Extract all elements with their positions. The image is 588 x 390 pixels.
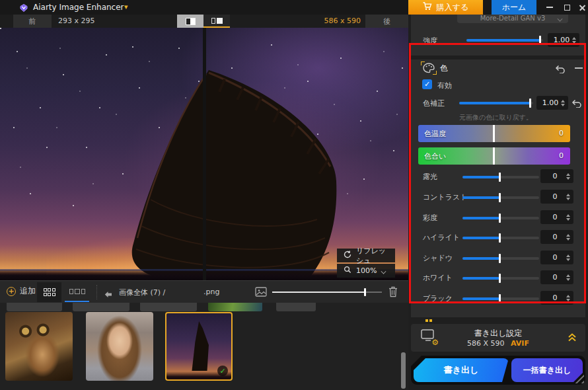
slider-track[interactable] bbox=[462, 176, 539, 178]
stepper-arrows[interactable] bbox=[566, 214, 570, 221]
strength-value-box[interactable]: 1.00 bbox=[548, 33, 579, 47]
slider-track[interactable] bbox=[462, 196, 539, 199]
slider-track[interactable] bbox=[462, 257, 539, 260]
side-by-side-view-mode-button[interactable] bbox=[203, 15, 230, 28]
slider-label: ホワイト bbox=[423, 273, 453, 283]
slider-handle[interactable] bbox=[499, 294, 501, 303]
enabled-label: 有効 bbox=[437, 81, 452, 91]
slider-value-box[interactable]: 0 bbox=[540, 169, 573, 183]
app-logo-icon bbox=[19, 3, 28, 15]
color-panel-title: 色 bbox=[440, 63, 448, 74]
zoom-level-control[interactable]: 100% bbox=[337, 264, 395, 278]
before-after-split-divider[interactable] bbox=[203, 28, 206, 280]
before-label-tab[interactable]: 前 bbox=[13, 15, 52, 28]
slider-handle[interactable] bbox=[499, 274, 501, 283]
partial-thumbnail[interactable] bbox=[7, 303, 62, 311]
correction-slider-handle[interactable] bbox=[529, 98, 531, 108]
home-button-label: ホーム bbox=[502, 2, 527, 13]
slider-value-box[interactable]: 0 bbox=[540, 210, 573, 224]
minimize-button[interactable] bbox=[542, 0, 558, 15]
correction-slider[interactable] bbox=[459, 102, 533, 104]
strength-slider-handle[interactable] bbox=[539, 36, 541, 45]
slider-value-box[interactable]: 0 bbox=[540, 270, 573, 284]
batch-export-button[interactable]: 一括書き出し bbox=[511, 358, 583, 382]
home-button[interactable]: ホーム bbox=[492, 0, 536, 15]
slider-value-box[interactable]: 0 bbox=[540, 230, 573, 244]
correction-undo-icon[interactable] bbox=[571, 98, 582, 110]
slider-handle[interactable] bbox=[499, 214, 501, 223]
grid-view-button[interactable] bbox=[37, 282, 61, 302]
app-window: Aiarty Image Enhancer ▾ 購入する ホーム 前 293 x… bbox=[0, 0, 588, 390]
export-settings-box[interactable]: ⚙ 書き出し設定 586 X 590 AVIF bbox=[411, 324, 585, 352]
export-output-format: AVIF bbox=[511, 339, 529, 348]
model-chevron-down-icon bbox=[558, 16, 563, 21]
after-label: 後 bbox=[383, 17, 390, 26]
partial-thumbnail[interactable] bbox=[208, 303, 262, 311]
correction-stepper-arrows[interactable] bbox=[561, 100, 565, 106]
thumbnail-size-slider-handle[interactable] bbox=[364, 288, 366, 296]
close-button[interactable] bbox=[576, 0, 588, 15]
partial-thumbnail[interactable] bbox=[276, 303, 316, 311]
stepper-arrows[interactable] bbox=[566, 274, 570, 281]
stepper-arrows[interactable] bbox=[566, 173, 570, 180]
split-view-icon bbox=[186, 18, 196, 25]
slider-handle[interactable] bbox=[499, 173, 501, 182]
export-output-info: 586 X 590 AVIF bbox=[411, 339, 585, 348]
thumbnail-scrollbar[interactable] bbox=[401, 352, 406, 389]
slider-value-box[interactable]: 0 bbox=[540, 291, 573, 305]
slider-track[interactable] bbox=[462, 237, 539, 239]
thumbnail-night-boat[interactable]: ✓ bbox=[165, 312, 233, 381]
slider-value: 0 bbox=[544, 192, 566, 201]
tint-handle[interactable] bbox=[493, 147, 495, 165]
temperature-handle[interactable] bbox=[493, 125, 495, 142]
correction-value-box[interactable]: 1.00 bbox=[536, 96, 568, 110]
app-menu-chevron-icon[interactable]: ▾ bbox=[124, 3, 128, 11]
buy-button[interactable]: 購入する bbox=[408, 0, 483, 15]
slider-handle[interactable] bbox=[499, 233, 501, 243]
temperature-gradient-slider[interactable]: 色温度 0 bbox=[418, 125, 570, 142]
trash-icon[interactable] bbox=[388, 286, 398, 300]
preview-image[interactable]: リフレッシュ 100% bbox=[0, 28, 408, 280]
export-button[interactable]: 書き出し bbox=[414, 358, 509, 382]
color-enabled-checkbox[interactable]: ✓ bbox=[422, 79, 432, 89]
slider-track[interactable] bbox=[462, 297, 539, 300]
palette-icon bbox=[423, 63, 435, 73]
model-dropdown[interactable]: More-Detail GAN v3 bbox=[457, 15, 568, 23]
thumbnail-size-slider[interactable] bbox=[272, 292, 382, 293]
slider-track[interactable] bbox=[462, 277, 539, 280]
strength-stepper-arrows[interactable] bbox=[572, 37, 576, 44]
collapse-export-chevrons-icon[interactable] bbox=[568, 332, 577, 344]
tint-gradient-slider[interactable]: 色合い 0 bbox=[418, 147, 570, 165]
export-button-dock: 書き出し 一括書き出し bbox=[411, 356, 585, 385]
slider-value-box[interactable]: 0 bbox=[540, 251, 573, 264]
thumbnail-steampunk-dog[interactable] bbox=[5, 312, 73, 381]
minimize-icon bbox=[546, 7, 553, 8]
slider-track[interactable] bbox=[462, 217, 539, 219]
maximize-button[interactable] bbox=[559, 0, 575, 15]
partial-thumbnail[interactable] bbox=[73, 303, 129, 311]
add-image-button[interactable]: + 追加 bbox=[7, 286, 36, 297]
stepper-arrows[interactable] bbox=[566, 234, 570, 241]
split-view-mode-button[interactable] bbox=[177, 15, 203, 28]
slider-handle[interactable] bbox=[499, 193, 501, 202]
next-section-fragment bbox=[425, 319, 432, 322]
slider-handle[interactable] bbox=[499, 254, 501, 263]
refresh-button[interactable]: リフレッシュ bbox=[337, 249, 395, 262]
collapse-panel-icon[interactable] bbox=[575, 67, 583, 69]
stepper-arrows[interactable] bbox=[566, 295, 570, 301]
strength-slider[interactable] bbox=[466, 39, 543, 42]
slider-value: 0 bbox=[544, 253, 566, 262]
after-label-tab[interactable]: 後 bbox=[365, 15, 408, 28]
color-panel-undo-icon[interactable] bbox=[555, 63, 566, 76]
partial-thumbnail[interactable] bbox=[140, 303, 197, 311]
export-settings-title: 書き出し設定 bbox=[411, 328, 585, 339]
stepper-arrows[interactable] bbox=[566, 254, 570, 261]
zoom-level-value: 100% bbox=[356, 266, 377, 275]
thumbnail-portrait-girl[interactable] bbox=[86, 312, 153, 381]
slider-value-box[interactable]: 0 bbox=[540, 190, 573, 204]
back-arrow-icon[interactable] bbox=[104, 288, 112, 301]
breadcrumb[interactable]: 画像全体 (7) / bbox=[119, 288, 165, 297]
thumbnail-strip: ✓ bbox=[0, 303, 408, 390]
filmstrip-view-button[interactable] bbox=[65, 282, 89, 302]
stepper-arrows[interactable] bbox=[566, 194, 570, 200]
